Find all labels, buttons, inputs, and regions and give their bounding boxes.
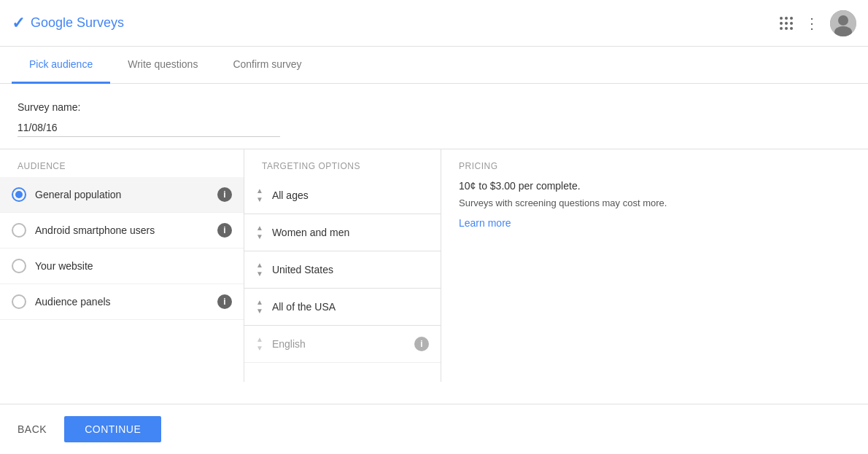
svg-point-1 <box>838 15 848 26</box>
targeting-option-age[interactable]: ▲▼ All ages <box>244 177 441 214</box>
audience-option-android-users[interactable]: Android smartphone users i <box>0 213 244 248</box>
pricing-panel-title: Pricing <box>459 161 850 171</box>
pricing-note: Surveys with screening questions may cos… <box>459 197 850 208</box>
logo-surveys: Surveys <box>73 15 124 30</box>
pricing-panel: Pricing 10¢ to $3.00 per complete. Surve… <box>441 149 868 382</box>
radio-android-users <box>12 223 26 238</box>
sort-icon-region: ▲▼ <box>256 299 263 315</box>
survey-name-input[interactable] <box>18 119 280 137</box>
pricing-to: to <box>476 180 489 192</box>
pricing-range: 10¢ to $3.00 per complete. <box>459 180 850 192</box>
sort-icon-gender: ▲▼ <box>256 224 263 240</box>
audience-option-your-website[interactable]: Your website <box>0 248 244 284</box>
pricing-suffix: per complete. <box>516 180 581 192</box>
radio-inner-general-population <box>15 191 23 198</box>
audience-label-audience-panels: Audience panels <box>35 296 209 308</box>
sort-icon-language: ▲▼ <box>256 336 263 352</box>
targeting-option-gender[interactable]: ▲▼ Women and men <box>244 214 441 251</box>
header: ✓ Google Surveys ⋮ <box>0 0 868 47</box>
radio-audience-panels <box>12 294 26 309</box>
targeting-option-language: ▲▼ English i <box>244 326 441 363</box>
tab-bar: Pick audience Write questions Confirm su… <box>0 47 868 84</box>
audience-option-audience-panels[interactable]: Audience panels i <box>0 284 244 320</box>
pricing-high: $3.00 <box>490 180 516 192</box>
targeting-option-country[interactable]: ▲▼ United States <box>244 251 441 289</box>
tab-write-questions[interactable]: Write questions <box>110 47 215 84</box>
info-icon-audience-panels[interactable]: i <box>217 294 232 309</box>
survey-name-section: Survey name: <box>0 84 868 149</box>
sort-icon-country: ▲▼ <box>256 262 263 278</box>
targeting-panel-title: Targeting options <box>244 149 441 177</box>
info-icon-language[interactable]: i <box>414 337 429 351</box>
sort-icon-age: ▲▼ <box>256 187 263 203</box>
targeting-label-gender: Women and men <box>272 227 429 238</box>
more-icon[interactable]: ⋮ <box>805 15 818 32</box>
apps-icon[interactable] <box>780 17 793 30</box>
app-title: Google Surveys <box>31 15 124 31</box>
tab-pick-audience[interactable]: Pick audience <box>12 47 110 84</box>
targeting-panel: Targeting options ▲▼ All ages ▲▼ Women a… <box>244 149 441 382</box>
survey-name-label: Survey name: <box>18 101 850 113</box>
audience-panel: Audience General population i Android sm… <box>0 149 244 382</box>
targeting-label-language: English <box>272 338 406 350</box>
audience-label-android-users: Android smartphone users <box>35 224 209 236</box>
tab-confirm-survey[interactable]: Confirm survey <box>215 47 319 84</box>
targeting-label-region: All of the USA <box>272 301 429 313</box>
info-icon-android-users[interactable]: i <box>217 223 232 238</box>
logo-area: ✓ Google Surveys <box>12 14 124 33</box>
targeting-label-age: All ages <box>272 189 429 201</box>
header-actions: ⋮ <box>780 10 856 36</box>
avatar[interactable] <box>830 10 856 36</box>
audience-option-general-population[interactable]: General population i <box>0 177 244 213</box>
main-content: Audience General population i Android sm… <box>0 149 868 382</box>
radio-general-population <box>12 187 26 202</box>
info-icon-general-population[interactable]: i <box>217 187 232 202</box>
audience-label-general-population: General population <box>35 189 209 200</box>
pricing-low: 10¢ <box>459 180 476 192</box>
radio-your-website <box>12 259 26 273</box>
targeting-option-region[interactable]: ▲▼ All of the USA <box>244 289 441 326</box>
audience-panel-title: Audience <box>0 149 244 177</box>
user-avatar-image <box>830 10 856 36</box>
learn-more-link[interactable]: Learn more <box>459 217 511 229</box>
google-checkmark-icon: ✓ <box>12 14 25 33</box>
targeting-label-country: United States <box>272 264 429 275</box>
logo-google: Google <box>31 15 73 30</box>
audience-label-your-website: Your website <box>35 260 232 272</box>
